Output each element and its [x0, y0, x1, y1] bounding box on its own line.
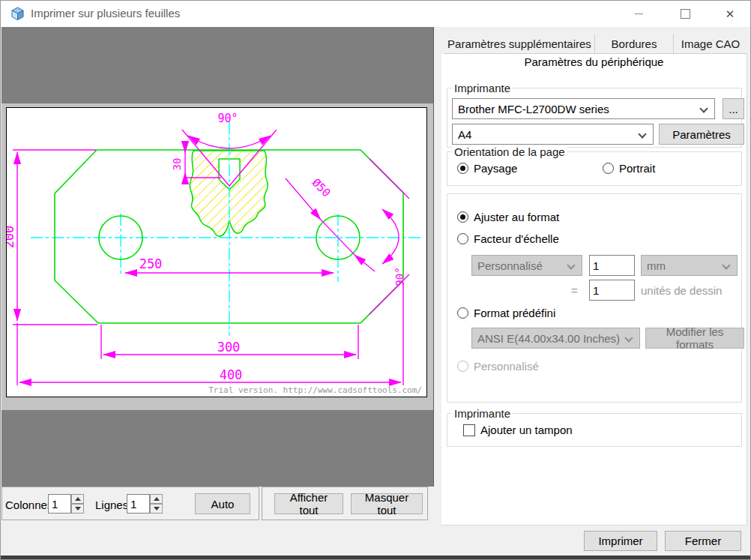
dim-right-angle: 90°	[393, 267, 405, 286]
printer-group-label: Imprimante	[452, 82, 513, 94]
print-preview-area: 90° 30 Ø50 200 250 300 400 90° Trial ver…	[1, 27, 434, 487]
chevron-down-icon	[699, 104, 708, 112]
app-cube-icon	[10, 7, 25, 21]
columns-input[interactable]	[48, 494, 71, 514]
tab-image-cao[interactable]: Image CAO	[674, 34, 747, 53]
dim-hole-diameter: Ø50	[310, 176, 334, 200]
rows-spin-down-button[interactable]	[150, 504, 163, 514]
dim-top-angle: 90°	[217, 112, 238, 125]
close-button[interactable]: ✕	[713, 1, 747, 26]
chevron-down-icon	[638, 130, 646, 138]
stamp-checkbox-row[interactable]: Ajouter un tampon	[463, 424, 573, 436]
hide-all-button[interactable]: Masquer tout	[351, 493, 423, 514]
show-all-button[interactable]: Afficher tout	[274, 493, 343, 514]
spin-up-icon	[75, 497, 81, 501]
dim-plate-height: 200	[7, 226, 16, 249]
chevron-down-icon	[624, 334, 633, 342]
settings-panel: Paramètres supplémentaires Bordures Imag…	[434, 27, 751, 556]
print-button[interactable]: Imprimer	[584, 531, 657, 551]
scale-group: Ajuster au format Facteur d'échelle Pers…	[447, 193, 742, 403]
close-dialog-button[interactable]: Fermer	[665, 531, 741, 551]
radio-selected-icon	[457, 211, 468, 223]
scale-unit-value: mm	[647, 259, 666, 272]
printer-settings-button[interactable]: Paramètres	[659, 124, 744, 145]
rows-input[interactable]	[127, 494, 150, 514]
radio-scale-label: Facteur d'échelle	[474, 232, 559, 245]
print-dialog-window: Imprimer sur plusieurs feuilles ✕	[0, 0, 751, 560]
maximize-icon	[681, 9, 690, 19]
dim-base-width: 300	[217, 340, 241, 355]
window-title: Imprimer sur plusieurs feuilles	[31, 7, 180, 19]
printer-select[interactable]: Brother MFC-L2700DW series	[452, 98, 715, 119]
auto-button[interactable]: Auto	[195, 493, 250, 514]
equals-sign: =	[571, 284, 578, 297]
tab-bordures[interactable]: Bordures	[595, 34, 674, 53]
scale-preset-value: Personnalisé	[477, 259, 543, 272]
device-settings-card: Paramètres du périphérique Imprimante Br…	[441, 54, 747, 526]
radio-disabled-icon	[457, 361, 468, 372]
radio-unselected-icon	[603, 163, 614, 174]
chevron-down-icon	[722, 261, 730, 269]
tab-parametres-supplementaires[interactable]: Paramètres supplémentaires	[444, 34, 595, 53]
stamp-group: Imprimante Ajouter un tampon	[447, 413, 742, 447]
spin-down-icon	[75, 507, 81, 511]
columns-spin-up-button[interactable]	[71, 494, 84, 504]
radio-paysage-label: Paysage	[474, 162, 517, 175]
radio-unselected-icon	[457, 307, 468, 319]
close-icon: ✕	[726, 8, 735, 19]
minimize-icon	[635, 13, 643, 14]
radio-portrait-label: Portrait	[619, 162, 655, 175]
stamp-checkbox-label: Ajouter un tampon	[480, 424, 573, 436]
spin-down-icon	[154, 507, 160, 511]
dim-notch-depth: 30	[171, 158, 183, 171]
preview-page[interactable]: 90° 30 Ø50 200 250 300 400 90° Trial ver…	[6, 107, 427, 397]
minimize-button[interactable]	[621, 1, 656, 26]
modify-formats-button: Modifier les formats	[645, 328, 744, 349]
preset-format-select: ANSI E(44.00x34.00 Inches)	[471, 328, 640, 349]
preset-format-value: ANSI E(44.00x34.00 Inches)	[477, 332, 620, 345]
orientation-group: Orientation de la page Paysage Portrait	[447, 151, 742, 186]
drawing-units-input[interactable]	[589, 280, 635, 301]
printer-more-button[interactable]: ...	[723, 98, 744, 119]
dim-hole-spacing: 250	[139, 256, 163, 271]
radio-custom-label: Personnalisé	[474, 360, 539, 373]
paper-size-value: A4	[458, 128, 471, 141]
orientation-group-label: Orientation de la page	[452, 145, 567, 158]
maximize-button[interactable]	[668, 1, 702, 26]
radio-facteur-echelle[interactable]: Facteur d'échelle	[457, 232, 559, 245]
rows-spin-up-button[interactable]	[150, 494, 163, 504]
title-bar: Imprimer sur plusieurs feuilles ✕	[1, 1, 750, 27]
checkbox-unchecked-icon	[463, 424, 475, 436]
grid-toolbar: Colonnes: Lignes: Auto	[1, 487, 259, 520]
columns-spin-down-button[interactable]	[71, 504, 84, 514]
paper-size-select[interactable]: A4	[452, 124, 654, 145]
sheet-band: 90° 30 Ø50 200 250 300 400 90° Trial ver…	[1, 103, 433, 410]
radio-ajuster-au-format[interactable]: Ajuster au format	[457, 211, 559, 223]
radio-fit-label: Ajuster au format	[474, 211, 559, 223]
radio-selected-icon	[457, 163, 468, 174]
cad-drawing: 90° 30 Ø50 200 250 300 400 90° Trial ver…	[7, 108, 426, 397]
dim-total-width: 400	[220, 367, 243, 382]
window-bottom-edge	[1, 556, 751, 560]
tab-bar: Paramètres supplémentaires Bordures Imag…	[444, 34, 747, 54]
printer-select-value: Brother MFC-L2700DW series	[458, 103, 609, 115]
scale-preset-select: Personnalisé	[471, 255, 582, 276]
drawing-units-label: unités de dessin	[641, 284, 722, 297]
radio-personnalise: Personnalisé	[457, 360, 539, 373]
visibility-toolbar: Afficher tout Masquer tout	[262, 487, 428, 520]
page-title: Paramètres du périphérique	[441, 55, 747, 68]
scale-value-input[interactable]	[589, 255, 635, 276]
radio-preset-label: Format prédéfini	[474, 307, 555, 319]
stamp-group-label: Imprimante	[452, 407, 513, 420]
trial-watermark: Trial version. http://www.cadsofttools.c…	[208, 385, 422, 395]
printer-group: Imprimante Brother MFC-L2700DW series ..…	[447, 88, 742, 148]
hatched-notch	[190, 151, 268, 236]
radio-paysage[interactable]: Paysage	[457, 162, 517, 175]
radio-unselected-icon	[457, 233, 468, 244]
spin-up-icon	[154, 497, 160, 501]
radio-format-predefini[interactable]: Format prédéfini	[457, 307, 555, 319]
scale-unit-select: mm	[641, 255, 738, 276]
chevron-down-icon	[567, 261, 575, 269]
radio-portrait[interactable]: Portrait	[603, 162, 655, 175]
